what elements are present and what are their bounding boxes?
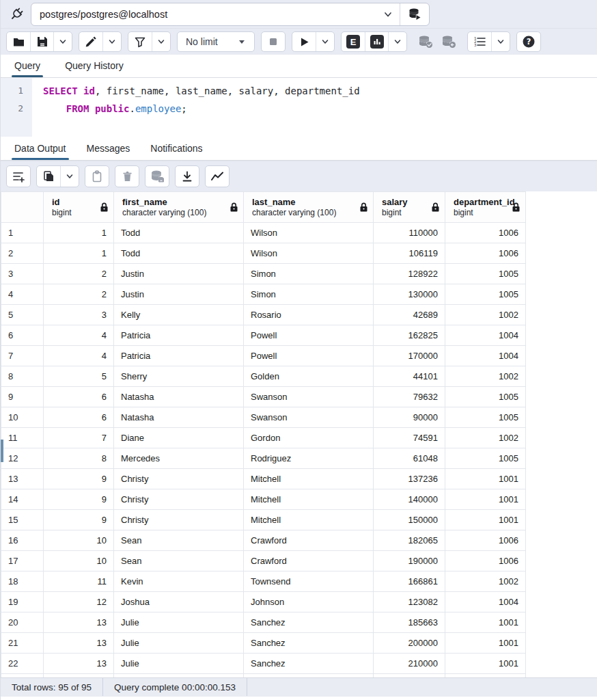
cell-salary[interactable]: 170000 (374, 346, 445, 366)
row-number-cell[interactable]: 20 (1, 612, 44, 633)
row-number-cell[interactable]: 21 (1, 633, 44, 654)
connection-select[interactable]: postgres/postgres@localhost (31, 3, 430, 26)
cell-department_id[interactable]: 1005 (445, 407, 526, 428)
cell-department_id[interactable]: 1001 (445, 612, 526, 633)
column-header-department_id[interactable]: department_idbigint (445, 192, 526, 223)
cell-first_name[interactable]: Sean (114, 551, 244, 571)
cell-department_id[interactable]: 1005 (445, 264, 526, 284)
row-number-cell[interactable]: 11 (1, 428, 44, 448)
row-number-cell[interactable]: 13 (1, 469, 44, 489)
cell-department_id[interactable]: 1001 (445, 633, 526, 654)
cell-salary[interactable]: 42689 (374, 305, 445, 325)
cell-id[interactable]: 10 (44, 530, 114, 551)
cell-id[interactable]: 13 (44, 612, 114, 633)
cell-salary[interactable]: 79632 (374, 387, 445, 407)
row-number-cell[interactable]: 1 (1, 223, 44, 243)
cell-first_name[interactable]: Todd (114, 223, 244, 243)
cell-department_id[interactable]: 1006 (445, 530, 526, 551)
row-number-cell[interactable]: 18 (1, 571, 44, 592)
row-number-cell[interactable]: 10 (1, 407, 44, 428)
tab-query[interactable]: Query (14, 60, 40, 77)
cell-first_name[interactable]: Kelly (114, 305, 244, 325)
cell-id[interactable]: 2 (44, 264, 114, 284)
cell-salary[interactable]: 44101 (374, 366, 445, 387)
cell-salary[interactable]: 123082 (374, 592, 445, 612)
cell-first_name[interactable]: Todd (114, 243, 244, 264)
cell-department_id[interactable]: 1002 (445, 366, 526, 387)
tab-data-output[interactable]: Data Output (14, 143, 66, 160)
row-number-cell[interactable]: 8 (1, 366, 44, 387)
help-icon[interactable]: ? (517, 32, 540, 51)
macro-options-chevron-icon[interactable] (491, 32, 510, 51)
cell-last_name[interactable]: Townsend (244, 571, 374, 592)
cell-first_name[interactable]: Mercedes (114, 448, 244, 469)
cell-last_name[interactable]: Mitchell (244, 469, 374, 489)
cell-id[interactable]: 13 (44, 633, 114, 654)
cell-department_id[interactable]: 1001 (445, 489, 526, 510)
cell-id[interactable]: 5 (44, 366, 114, 387)
cell-first_name[interactable]: Christy (114, 469, 244, 489)
cell-id[interactable]: 10 (44, 551, 114, 571)
cell-first_name[interactable]: Christy (114, 510, 244, 530)
cell-last_name[interactable]: Sanchez (244, 633, 374, 654)
filter-icon[interactable] (128, 32, 152, 51)
cell-last_name[interactable]: Mitchell (244, 510, 374, 530)
cell-department_id[interactable]: 1005 (445, 387, 526, 407)
cell-first_name[interactable]: Julie (114, 654, 244, 674)
cell-last_name[interactable]: Simon (244, 264, 374, 284)
filter-options-chevron-icon[interactable] (152, 32, 170, 51)
cell-first_name[interactable]: Patricia (114, 346, 244, 366)
cell-salary[interactable]: 162825 (374, 325, 445, 346)
cell-last_name[interactable]: Rosario (244, 305, 374, 325)
cell-first_name[interactable]: Christy (114, 489, 244, 510)
cell-id[interactable]: 2 (44, 284, 114, 305)
cell-id[interactable]: 8 (44, 448, 114, 469)
row-number-cell[interactable]: 17 (1, 551, 44, 571)
cell-last_name[interactable]: Mitchell (244, 489, 374, 510)
sql-line[interactable]: FROM public.employee; (43, 100, 597, 118)
cell-last_name[interactable]: Johnson (244, 592, 374, 612)
download-icon[interactable] (176, 166, 199, 187)
cell-first_name[interactable]: Sherry (114, 366, 244, 387)
cell-salary[interactable]: 130000 (374, 284, 445, 305)
save-icon[interactable] (30, 32, 53, 51)
explain-icon[interactable]: E (342, 32, 365, 51)
edit-options-chevron-icon[interactable] (102, 32, 121, 51)
cell-department_id[interactable]: 1002 (445, 305, 526, 325)
column-header-last_name[interactable]: last_namecharacter varying (100) (244, 192, 374, 223)
row-number-cell[interactable]: 4 (1, 284, 44, 305)
cell-id[interactable]: 4 (44, 325, 114, 346)
open-file-icon[interactable] (7, 32, 30, 51)
cell-department_id[interactable]: 1002 (445, 428, 526, 448)
cell-id[interactable]: 1 (44, 223, 114, 243)
cell-salary[interactable]: 200000 (374, 633, 445, 654)
cell-salary[interactable]: 190000 (374, 551, 445, 571)
cell-salary[interactable]: 166861 (374, 571, 445, 592)
row-number-cell[interactable]: 15 (1, 510, 44, 530)
cell-id[interactable]: 9 (44, 469, 114, 489)
add-row-icon[interactable] (7, 166, 30, 187)
cell-last_name[interactable]: Rodriguez (244, 448, 374, 469)
save-options-chevron-icon[interactable] (53, 32, 72, 51)
row-number-cell[interactable]: 5 (1, 305, 44, 325)
sql-editor[interactable]: 12 SELECT id, first_name, last_name, sal… (1, 78, 597, 137)
cell-id[interactable]: 12 (44, 592, 114, 612)
cell-department_id[interactable]: 1001 (445, 510, 526, 530)
tab-query-history[interactable]: Query History (65, 60, 124, 77)
cell-id[interactable]: 3 (44, 305, 114, 325)
explain-options-chevron-icon[interactable] (388, 32, 406, 51)
cell-salary[interactable]: 106119 (374, 243, 445, 264)
cell-id[interactable]: 6 (44, 387, 114, 407)
cell-last_name[interactable]: Swanson (244, 407, 374, 428)
cell-salary[interactable]: 182065 (374, 530, 445, 551)
cell-first_name[interactable]: Joshua (114, 592, 244, 612)
cell-last_name[interactable]: Powell (244, 346, 374, 366)
cell-department_id[interactable]: 1006 (445, 223, 526, 243)
cell-id[interactable]: 4 (44, 346, 114, 366)
cell-last_name[interactable]: Crawford (244, 530, 374, 551)
row-number-cell[interactable]: 14 (1, 489, 44, 510)
cell-salary[interactable]: 61048 (374, 448, 445, 469)
row-number-cell[interactable]: 2 (1, 243, 44, 264)
sql-code[interactable]: SELECT id, first_name, last_name, salary… (32, 78, 597, 137)
column-header-id[interactable]: idbigint (44, 192, 114, 223)
